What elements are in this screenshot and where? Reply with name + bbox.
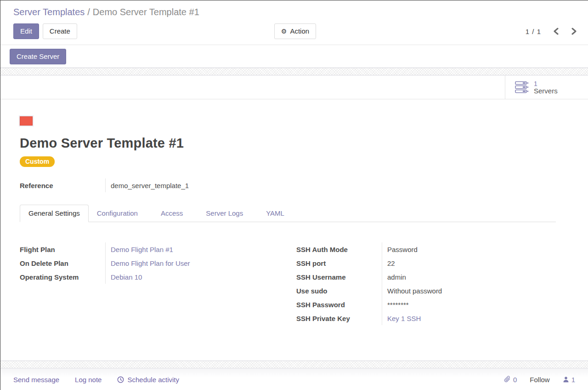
log-note-button[interactable]: Log note xyxy=(75,376,102,384)
pager-next-icon[interactable] xyxy=(571,28,577,35)
follow-button[interactable]: Follow xyxy=(530,376,549,384)
breadcrumb-separator: / xyxy=(87,7,90,17)
on-delete-plan-value-link[interactable]: Demo Flight Plan for User xyxy=(105,256,296,270)
breadcrumb-parent-link[interactable]: Server Templates xyxy=(13,7,85,17)
clock-icon xyxy=(117,376,124,383)
gear-icon: ⚙ xyxy=(281,28,287,34)
ssh-private-key-label: SSH Private Key xyxy=(296,315,382,322)
breadcrumb-current: Demo Server Template #1 xyxy=(93,7,199,17)
action-button-label: Action xyxy=(290,27,309,36)
tab-access[interactable]: Access xyxy=(153,205,191,222)
followers-count: 1 xyxy=(571,376,575,384)
servers-label: Servers xyxy=(534,87,558,95)
server-icon xyxy=(515,81,529,94)
ssh-username-row: SSH Username admin xyxy=(296,270,571,284)
create-button[interactable]: Create xyxy=(43,23,77,39)
use-sudo-row: Use sudo Without password xyxy=(296,284,571,298)
ssh-password-label: SSH Password xyxy=(296,301,382,309)
use-sudo-value: Without password xyxy=(382,284,571,298)
flight-plan-label: Flight Plan xyxy=(20,246,105,253)
attachments-button[interactable]: 0 xyxy=(504,376,517,384)
on-delete-plan-row: On Delete Plan Demo Flight Plan for User xyxy=(20,256,296,270)
schedule-activity-label: Schedule activity xyxy=(127,376,179,384)
edit-button[interactable]: Edit xyxy=(13,23,39,39)
send-message-button[interactable]: Send message xyxy=(13,376,59,384)
create-server-button[interactable]: Create Server xyxy=(10,49,66,64)
ssh-port-label: SSH port xyxy=(296,259,382,267)
ssh-auth-mode-row: SSH Auth Mode Password xyxy=(296,242,571,256)
flight-plan-value-link[interactable]: Demo Flight Plan #1 xyxy=(105,242,296,256)
ssh-auth-mode-value: Password xyxy=(382,242,571,256)
flight-plan-row: Flight Plan Demo Flight Plan #1 xyxy=(20,242,296,256)
operating-system-value-link[interactable]: Debian 10 xyxy=(105,270,296,284)
notebook-tabs: General Settings Configuration Access Se… xyxy=(20,205,556,222)
sheet-top-band xyxy=(0,68,588,75)
servers-stat-button[interactable]: 1 Servers xyxy=(505,75,588,99)
ssh-password-value: ******** xyxy=(382,298,571,311)
breadcrumb: Server Templates/Demo Server Template #1 xyxy=(13,6,577,18)
tab-general-settings[interactable]: General Settings xyxy=(20,205,89,222)
followers-button[interactable]: 1 xyxy=(563,376,575,384)
on-delete-plan-label: On Delete Plan xyxy=(20,259,105,267)
ssh-username-value: admin xyxy=(382,270,571,284)
form-sheet: 1 Servers Demo Server Template #1 Custom… xyxy=(0,75,588,361)
general-settings-page: Flight Plan Demo Flight Plan #1 On Delet… xyxy=(20,242,571,325)
ssh-private-key-value-link[interactable]: Key 1 SSH xyxy=(382,311,571,325)
servers-count: 1 xyxy=(534,80,558,87)
ssh-port-value: 22 xyxy=(382,256,571,270)
reference-label: Reference xyxy=(20,182,105,189)
tab-configuration[interactable]: Configuration xyxy=(89,205,146,222)
tab-server-logs[interactable]: Server Logs xyxy=(198,205,251,222)
statusbar: Create Server xyxy=(0,45,588,68)
person-icon xyxy=(563,376,569,383)
operating-system-row: Operating System Debian 10 xyxy=(20,270,296,284)
pager-previous-icon[interactable] xyxy=(553,28,559,35)
pager-value[interactable]: 1 / 1 xyxy=(526,28,541,35)
use-sudo-label: Use sudo xyxy=(296,287,382,295)
record-title: Demo Server Template #1 xyxy=(20,136,571,151)
control-panel: Server Templates/Demo Server Template #1… xyxy=(0,0,588,45)
operating-system-label: Operating System xyxy=(20,273,105,281)
paperclip-icon xyxy=(504,376,511,383)
pager: 1 / 1 xyxy=(526,28,577,35)
sheet-bottom-band xyxy=(0,361,588,368)
ssh-username-label: SSH Username xyxy=(296,273,382,281)
ssh-password-row: SSH Password ******** xyxy=(296,298,571,311)
reference-value: demo_server_template_1 xyxy=(105,178,296,192)
tab-yaml[interactable]: YAML xyxy=(258,205,293,222)
action-button[interactable]: ⚙ Action xyxy=(274,23,316,39)
ssh-port-row: SSH port 22 xyxy=(296,256,571,270)
chatter-toolbar: Send message Log note Schedule activity … xyxy=(0,368,588,390)
button-box: 1 Servers xyxy=(0,75,588,99)
template-image xyxy=(20,116,33,126)
ssh-auth-mode-label: SSH Auth Mode xyxy=(296,246,382,253)
custom-badge: Custom xyxy=(20,156,55,167)
reference-field-row: Reference demo_server_template_1 xyxy=(20,178,296,192)
ssh-private-key-row: SSH Private Key Key 1 SSH xyxy=(296,311,571,325)
attachments-count: 0 xyxy=(513,376,517,384)
schedule-activity-button[interactable]: Schedule activity xyxy=(117,376,179,384)
